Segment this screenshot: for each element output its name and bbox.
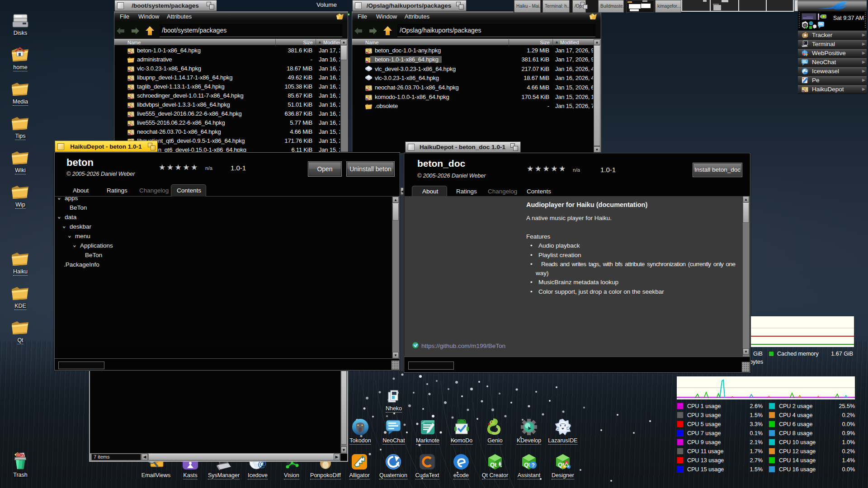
- svg-text:Qt: Qt: [490, 461, 497, 468]
- svg-text:?: ?: [532, 462, 535, 469]
